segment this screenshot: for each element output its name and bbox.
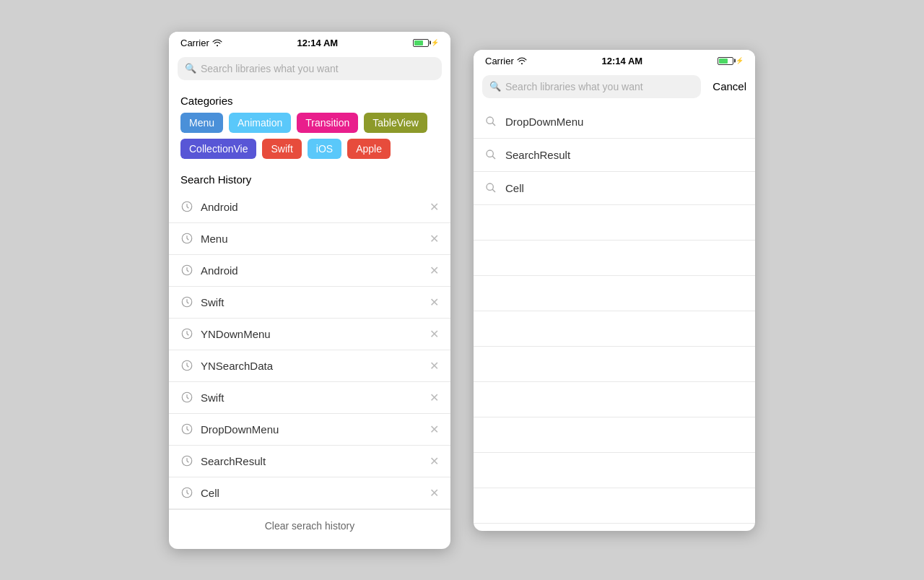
empty-row (474, 488, 755, 524)
bolt-icon-left: ⚡ (431, 39, 439, 46)
battery-fill-left (414, 40, 423, 46)
history-item[interactable]: Swift ✕ (169, 287, 450, 319)
close-icon[interactable]: ✕ (430, 264, 439, 277)
close-icon[interactable]: ✕ (430, 295, 439, 309)
close-icon[interactable]: ✕ (430, 327, 439, 341)
suggestion-text: DropDownMenu (505, 116, 583, 128)
close-icon[interactable]: ✕ (430, 200, 439, 214)
history-text: Android (201, 201, 422, 213)
empty-row (474, 347, 755, 382)
right-phone: Carrier 12:14 AM ⚡ 🔍 Search libraries wh… (474, 50, 755, 531)
battery-icon-right (718, 57, 733, 65)
wifi-icon-left (212, 39, 222, 46)
categories-title: Categories (169, 87, 450, 113)
clock-icon (180, 391, 193, 404)
history-item[interactable]: Android ✕ (169, 255, 450, 287)
close-icon[interactable]: ✕ (430, 423, 439, 436)
search-icon-row (485, 182, 497, 194)
carrier-right: Carrier (485, 56, 527, 66)
search-icon-row (485, 116, 497, 127)
history-item[interactable]: Cell ✕ (169, 477, 450, 509)
clock-icon (180, 200, 193, 213)
history-item[interactable]: Android ✕ (169, 191, 450, 223)
close-icon[interactable]: ✕ (430, 391, 439, 404)
history-text: Android (201, 264, 422, 277)
svg-point-10 (487, 117, 493, 124)
svg-point-14 (487, 183, 493, 190)
clock-icon (180, 264, 193, 277)
battery-icon-left (413, 39, 429, 47)
battery-fill-right (719, 59, 728, 64)
history-list: Android ✕ Menu ✕ Android ✕ Swift ✕ (169, 191, 450, 509)
left-phone: Carrier 12:14 AM ⚡ 🔍 Search libraries wh… (169, 32, 450, 549)
suggestions-list: DropDownMenu SearchResult Cell (474, 105, 755, 531)
clock-icon (180, 327, 193, 340)
suggestion-text: Cell (505, 182, 524, 194)
empty-row (474, 241, 755, 276)
close-icon[interactable]: ✕ (430, 232, 439, 246)
search-bar-right[interactable]: 🔍 Search libraries what you want (482, 75, 701, 98)
history-text: SearchResult (201, 455, 422, 467)
history-text: Swift (201, 391, 422, 404)
empty-row (474, 311, 755, 347)
category-chip[interactable]: Transition (297, 113, 358, 133)
close-icon[interactable]: ✕ (430, 486, 439, 500)
search-bar-left[interactable]: 🔍 Search libraries what you want (178, 57, 442, 80)
category-chip[interactable]: CollectionVie (180, 139, 256, 159)
clock-icon (180, 359, 193, 372)
history-item[interactable]: Menu ✕ (169, 223, 450, 255)
history-item[interactable]: DropDownMenu ✕ (169, 414, 450, 446)
carrier-left: Carrier (180, 38, 222, 48)
clock-icon (180, 454, 193, 467)
search-icon-row (485, 149, 497, 160)
search-icon-right: 🔍 (489, 81, 501, 92)
empty-row (474, 417, 755, 453)
history-item[interactable]: Swift ✕ (169, 382, 450, 414)
battery-left: ⚡ (413, 39, 439, 47)
suggestion-item[interactable]: DropDownMenu (474, 105, 755, 139)
history-text: YNSearchData (201, 360, 422, 372)
category-chip[interactable]: Menu (180, 113, 223, 133)
category-chip[interactable]: Swift (262, 139, 301, 159)
close-icon[interactable]: ✕ (430, 454, 439, 468)
time-right: 12:14 AM (602, 56, 643, 66)
svg-point-12 (487, 150, 493, 157)
chips-container: MenuAnimationTransitionTableViewCollecti… (169, 113, 450, 166)
carrier-text-right: Carrier (485, 56, 514, 66)
svg-line-15 (492, 189, 495, 192)
suggestion-text: SearchResult (505, 149, 570, 161)
history-text: YNDownMenu (201, 328, 422, 340)
empty-row (474, 205, 755, 241)
clear-history-button[interactable]: Clear serach history (169, 509, 450, 542)
history-item[interactable]: YNSearchData ✕ (169, 350, 450, 382)
history-text: Menu (201, 233, 422, 245)
empty-row (474, 276, 755, 311)
clock-icon (180, 423, 193, 436)
battery-right: ⚡ (718, 57, 744, 65)
category-chip[interactable]: iOS (308, 139, 341, 159)
search-area-right: 🔍 Search libraries what you want Cancel (482, 75, 746, 98)
cancel-button[interactable]: Cancel (707, 80, 746, 92)
category-chip[interactable]: Apple (347, 139, 391, 159)
history-text: Swift (201, 296, 422, 308)
empty-row (474, 382, 755, 417)
bolt-icon-right: ⚡ (736, 57, 744, 64)
close-icon[interactable]: ✕ (430, 359, 439, 373)
history-item[interactable]: SearchResult ✕ (169, 446, 450, 477)
category-chip[interactable]: Animation (229, 113, 291, 133)
content-left: Categories MenuAnimationTransitionTableV… (169, 87, 450, 549)
search-placeholder-left: Search libraries what you want (201, 63, 435, 74)
status-bar-right: Carrier 12:14 AM ⚡ (474, 50, 755, 71)
history-item[interactable]: YNDownMenu ✕ (169, 319, 450, 350)
clock-icon (180, 486, 193, 499)
clock-icon (180, 295, 193, 308)
status-bar-left: Carrier 12:14 AM ⚡ (169, 32, 450, 53)
suggestion-item[interactable]: SearchResult (474, 139, 755, 172)
suggestion-item[interactable]: Cell (474, 172, 755, 205)
history-title: Search History (169, 166, 450, 191)
wifi-icon-right (517, 57, 527, 64)
clock-icon (180, 232, 193, 245)
carrier-text-left: Carrier (180, 38, 209, 48)
time-left: 12:14 AM (297, 38, 339, 48)
category-chip[interactable]: TableView (364, 113, 427, 133)
